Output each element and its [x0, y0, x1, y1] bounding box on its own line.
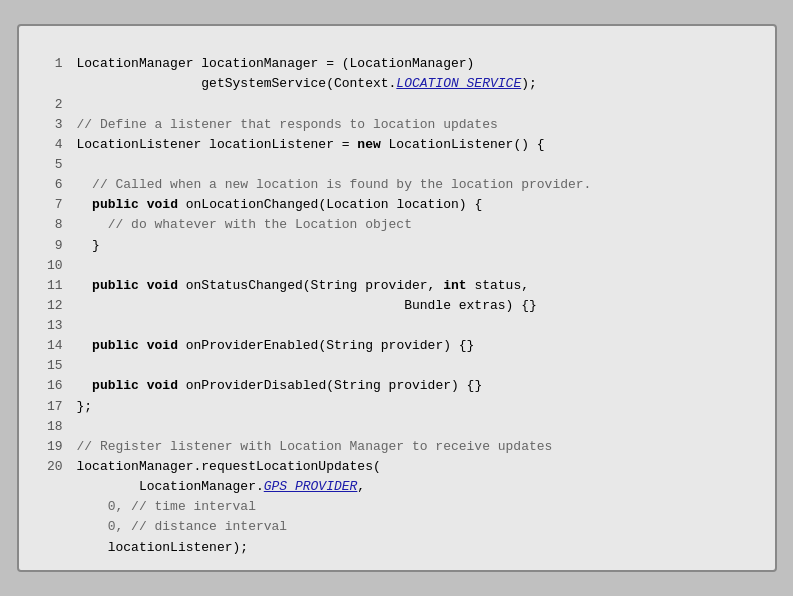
constant-link: GPS_PROVIDER: [264, 479, 358, 494]
line-content: locationListener);: [77, 538, 249, 558]
line-number: 20: [35, 457, 63, 477]
code-line: 0, // distance interval: [35, 517, 759, 537]
keyword: void: [147, 378, 178, 393]
code-token: locationManager.requestLocationUpdates(: [77, 459, 381, 474]
code-token: [139, 278, 147, 293]
code-token: [77, 338, 93, 353]
code-token: onProviderDisabled(String provider) {}: [178, 378, 482, 393]
comment: // Define a listener that responds to lo…: [77, 117, 498, 132]
code-line: 19// Register listener with Location Man…: [35, 437, 759, 457]
line-content: // Define a listener that responds to lo…: [77, 115, 498, 135]
line-number: 13: [35, 316, 63, 336]
line-number: 4: [35, 135, 63, 155]
code-token: );: [521, 76, 537, 91]
code-token: LocationManager.: [77, 479, 264, 494]
code-line: 2: [35, 95, 759, 115]
code-token: [77, 378, 93, 393]
line-content: public void onProviderDisabled(String pr…: [77, 376, 483, 396]
comment: 0, // distance interval: [77, 519, 288, 534]
code-body: 1LocationManager locationManager = (Loca…: [35, 54, 759, 558]
line-number: 14: [35, 336, 63, 356]
code-line: 20locationManager.requestLocationUpdates…: [35, 457, 759, 477]
code-line: 14 public void onProviderEnabled(String …: [35, 336, 759, 356]
line-content: }: [77, 236, 100, 256]
code-line: locationListener);: [35, 538, 759, 558]
line-content: // Register listener with Location Manag…: [77, 437, 553, 457]
code-token: onProviderEnabled(String provider) {}: [178, 338, 474, 353]
code-line: 5: [35, 155, 759, 175]
line-content: 0, // distance interval: [77, 517, 288, 537]
code-token: [139, 338, 147, 353]
line-content: 0, // time interval: [77, 497, 256, 517]
code-line: 18: [35, 417, 759, 437]
code-line: 0, // time interval: [35, 497, 759, 517]
line-number: 3: [35, 115, 63, 135]
line-number: 6: [35, 175, 63, 195]
line-number: 11: [35, 276, 63, 296]
line-content: public void onLocationChanged(Location l…: [77, 195, 483, 215]
line-content: LocationManager locationManager = (Locat…: [77, 54, 475, 74]
line-number: 1: [35, 54, 63, 74]
code-token: LocationListener() {: [381, 137, 545, 152]
line-content: locationManager.requestLocationUpdates(: [77, 457, 381, 477]
line-content: public void onProviderEnabled(String pro…: [77, 336, 475, 356]
keyword: void: [147, 197, 178, 212]
code-line: 9 }: [35, 236, 759, 256]
keyword: void: [147, 278, 178, 293]
code-line: 13: [35, 316, 759, 336]
line-content: LocationManager.GPS_PROVIDER,: [77, 477, 366, 497]
line-number: 2: [35, 95, 63, 115]
line-number: 9: [35, 236, 63, 256]
code-line: 8 // do whatever with the Location objec…: [35, 215, 759, 235]
code-line: 16 public void onProviderDisabled(String…: [35, 376, 759, 396]
code-token: [139, 197, 147, 212]
line-number: 19: [35, 437, 63, 457]
code-token: };: [77, 399, 93, 414]
code-line: 7 public void onLocationChanged(Location…: [35, 195, 759, 215]
code-token: [139, 378, 147, 393]
line-content: Bundle extras) {}: [77, 296, 537, 316]
line-number: 15: [35, 356, 63, 376]
code-line: getSystemService(Context.LOCATION_SERVIC…: [35, 74, 759, 94]
line-content: };: [77, 397, 93, 417]
keyword: public: [92, 278, 139, 293]
code-line: 15: [35, 356, 759, 376]
code-line: LocationManager.GPS_PROVIDER,: [35, 477, 759, 497]
line-content: getSystemService(Context.LOCATION_SERVIC…: [77, 74, 537, 94]
line-number: 7: [35, 195, 63, 215]
keyword: public: [92, 378, 139, 393]
comment: 0, // time interval: [77, 499, 256, 514]
code-title: [35, 38, 759, 44]
keyword: new: [357, 137, 380, 152]
code-line: 10: [35, 256, 759, 276]
code-container: 1LocationManager locationManager = (Loca…: [17, 24, 777, 572]
line-number: 12: [35, 296, 63, 316]
comment: // do whatever with the Location object: [77, 217, 412, 232]
code-token: [77, 278, 93, 293]
code-token: LocationListener locationListener =: [77, 137, 358, 152]
code-token: status,: [467, 278, 529, 293]
constant-link: LOCATION_SERVICE: [396, 76, 521, 91]
line-number: 17: [35, 397, 63, 417]
code-token: }: [77, 238, 100, 253]
code-line: 1LocationManager locationManager = (Loca…: [35, 54, 759, 74]
line-number: 16: [35, 376, 63, 396]
code-token: ,: [357, 479, 365, 494]
code-token: getSystemService(Context.: [77, 76, 397, 91]
code-token: [77, 197, 93, 212]
line-number: 5: [35, 155, 63, 175]
keyword: int: [443, 278, 466, 293]
keyword: public: [92, 197, 139, 212]
code-line: 11 public void onStatusChanged(String pr…: [35, 276, 759, 296]
code-line: 6 // Called when a new location is found…: [35, 175, 759, 195]
code-token: Bundle extras) {}: [77, 298, 537, 313]
code-line: 17};: [35, 397, 759, 417]
comment: // Register listener with Location Manag…: [77, 439, 553, 454]
code-line: 12 Bundle extras) {}: [35, 296, 759, 316]
line-number: 18: [35, 417, 63, 437]
code-token: LocationManager locationManager = (Locat…: [77, 56, 475, 71]
code-token: onStatusChanged(String provider,: [178, 278, 443, 293]
comment: // Called when a new location is found b…: [77, 177, 592, 192]
line-content: // Called when a new location is found b…: [77, 175, 592, 195]
code-token: locationListener);: [77, 540, 249, 555]
